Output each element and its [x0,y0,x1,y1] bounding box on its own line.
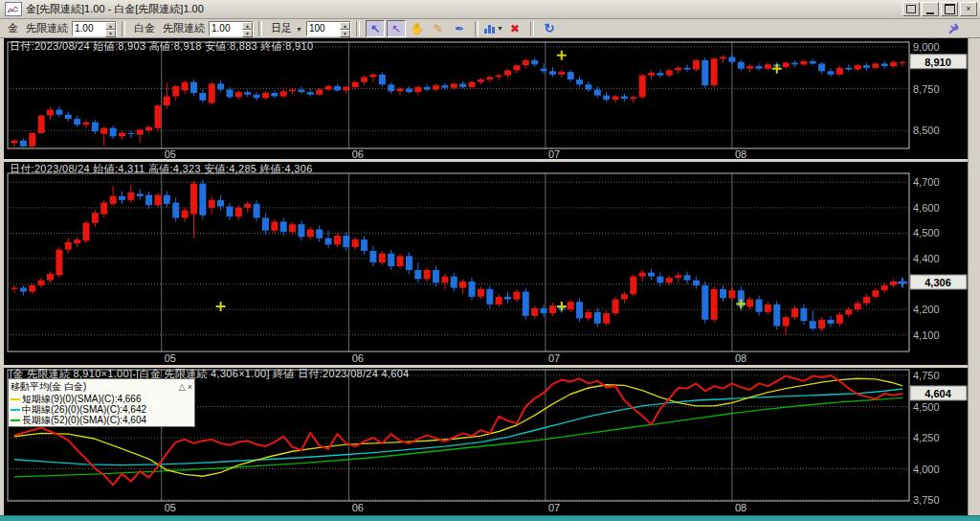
chart-type-button[interactable]: ▼ [484,20,503,37]
legend-collapse-icon[interactable]: △ [179,382,186,392]
svg-text:8,750: 8,750 [913,83,940,95]
restore-group-button[interactable] [902,2,920,16]
toolbar-separator [475,21,479,36]
sma-long-line-swatch [11,419,20,421]
spinner-arrows[interactable]: ▲▼ [105,22,116,35]
symbol1-label: 金 [8,21,18,35]
window-title: 金[先限連続]1.00 - 白金[先限連続]1.00 [26,2,901,16]
platinum-panel-header: 日付:2023/08/24 始値:4,311 高値:4,323 安値:4,285… [10,162,313,176]
svg-text:3,750: 3,750 [913,494,940,506]
symbol2-label: 白金 [134,21,155,35]
pen-tool-button[interactable]: ✒ [450,20,469,37]
svg-text:4,250: 4,250 [913,432,940,443]
svg-text:4,100: 4,100 [913,329,940,341]
chart-app-window: { "window": { "title": "金[先限連続]1.00 - 白金… [0,0,980,521]
sma-mid-line-swatch [11,409,20,411]
moving-average-legend: 移動平均(金 白金) △ × 短期線(9)(0)(SMA)(C):4,666 中… [8,378,195,427]
chevron-down-icon: ▼ [296,26,302,33]
svg-text:4,000: 4,000 [913,464,940,475]
spinner-arrows[interactable]: ▲▼ [340,22,350,35]
period-dropdown[interactable]: 日足 ▼ [271,21,302,35]
symbol1-series-label: 先限連続 [26,21,68,35]
svg-text:4,400: 4,400 [913,253,940,264]
legend-close-icon[interactable]: × [188,382,192,392]
svg-text:06: 06 [352,352,364,364]
pencil-icon: ✎ [434,22,443,35]
chart-cursor-tool-button[interactable]: ↖ [366,20,385,37]
svg-text:4,500: 4,500 [913,227,940,238]
toolbar-separator [122,21,125,36]
pen-icon: ✒ [455,22,464,35]
chart-cursor-icon: ↖ [370,22,380,35]
svg-text:4,604: 4,604 [924,388,951,399]
chevron-down-icon: ▼ [497,25,503,32]
toolbar: 金 先限連続 1.00 ▲▼ 白金 先限連続 1.00 ▲▼ 日足 ▼ 100 … [0,19,980,38]
svg-text:07: 07 [548,502,560,513]
title-bar: 金[先限連続]1.00 - 白金[先限連続]1.00 × [0,0,980,19]
svg-text:4,750: 4,750 [913,370,940,381]
svg-text:8,910: 8,910 [924,57,951,68]
svg-text:05: 05 [165,502,176,513]
gold-panel-header: 日付:2023/08/24 始値:8,903 高値:8,918 安値:8,883… [10,39,313,54]
hand-tool-button[interactable]: ✋ [408,20,427,37]
pointer-tool-button[interactable]: ↖ [387,20,406,37]
svg-text:08: 08 [735,502,746,513]
svg-text:4,600: 4,600 [913,202,940,214]
maximize-button[interactable] [941,2,958,16]
window-right-strip [968,38,980,515]
bar-count-spinner[interactable]: 100 ▲▼ [306,21,351,36]
refresh-button[interactable]: ↻ [540,20,559,37]
sma-short-line-swatch [11,398,20,400]
symbol2-series-label: 先限連続 [163,21,205,35]
window-bottom-bar [0,515,980,521]
svg-text:08: 08 [735,352,746,364]
toolbar-separator [258,21,262,36]
toolbar-separator [530,21,534,36]
spinner-arrows[interactable]: ▲▼ [242,22,253,35]
svg-text:4,500: 4,500 [913,401,940,413]
pencil-tool-button[interactable]: ✎ [429,20,448,37]
svg-text:4,200: 4,200 [913,304,940,315]
svg-text:4,700: 4,700 [913,176,940,188]
platinum-chart-panel[interactable] [8,173,909,351]
wrench-icon [947,23,959,34]
delete-chart-button[interactable]: ✖ [505,20,524,37]
svg-text:05: 05 [165,352,176,364]
svg-text:07: 07 [548,352,560,364]
svg-text:4,306: 4,306 [924,277,951,288]
symbol1-factor-spinner[interactable]: 1.00 ▲▼ [72,21,117,36]
pointer-icon: ↖ [391,22,401,35]
hand-icon: ✋ [411,22,425,35]
gold-chart-panel[interactable] [8,42,909,148]
delete-x-icon: ✖ [510,22,520,35]
refresh-icon: ↻ [545,21,555,35]
toolbar-separator [356,21,360,36]
svg-text:06: 06 [352,502,364,513]
svg-text:8,500: 8,500 [913,125,940,136]
svg-text:9,000: 9,000 [913,41,940,53]
close-button[interactable]: × [960,2,977,16]
app-chart-icon [5,2,22,16]
minimize-button[interactable] [922,2,939,16]
bar-chart-icon [484,23,496,34]
legend-row-long: 長期線(52)(0)(SMA)(C):4,604 [11,415,192,425]
settings-button[interactable] [944,20,963,37]
symbol2-factor-spinner[interactable]: 1.00 ▲▼ [209,21,254,36]
